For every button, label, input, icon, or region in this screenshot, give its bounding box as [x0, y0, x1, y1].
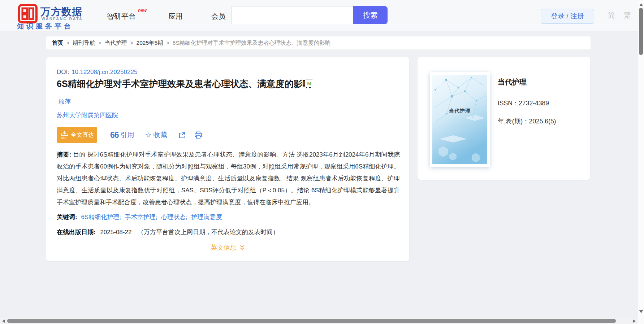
- keyword-link[interactable]: 6S精细化护理: [81, 214, 119, 220]
- breadcrumb: 首页 > 期刊导航 > 当代护理 > 2025年5期 > 6S精细化护理对手术室…: [46, 36, 591, 49]
- breadcrumb-current: 6S精细化护理对手术室护理效果及患者心理状态、满意度的影响: [173, 39, 330, 47]
- svg-text:free: free: [61, 136, 66, 140]
- medline-badge-letter: M: [307, 81, 311, 86]
- print-button[interactable]: [194, 131, 202, 139]
- page: 万方数据 WANFANG DATA 知识服务平台 智研平台 new 应用 会员 …: [0, 0, 644, 324]
- chevron-double-down-icon: [239, 245, 245, 251]
- quote-icon: 66: [110, 130, 119, 140]
- journal-card: 当代护理 当代护理 ISSN：2732-4389 年,卷(期)：2025,6(5…: [418, 57, 590, 180]
- keyword-separator: ;: [119, 214, 121, 220]
- pubdate-label: 在线出版日期:: [57, 229, 96, 236]
- favorite-button[interactable]: ☆ 收藏: [145, 130, 167, 140]
- medline-badge: M: [305, 79, 313, 87]
- horizontal-scrollbar-thumb[interactable]: [7, 319, 616, 323]
- breadcrumb-journal[interactable]: 当代护理: [104, 39, 127, 47]
- affiliation-link[interactable]: 苏州大学附属第四医院: [57, 111, 118, 119]
- breadcrumb-separator: >: [66, 40, 69, 46]
- vertical-scrollbar-thumb[interactable]: [639, 8, 643, 55]
- lang-traditional[interactable]: 繁: [624, 10, 631, 20]
- breadcrumb-issue[interactable]: 2025年5期: [137, 39, 163, 47]
- breadcrumb-separator: >: [130, 40, 133, 46]
- scroll-right-arrow[interactable]: [633, 319, 636, 323]
- star-icon: ☆: [145, 131, 152, 139]
- brand-tagline: 知识服务平台: [17, 22, 73, 31]
- nav-apps[interactable]: 应用: [168, 12, 183, 21]
- scroll-left-arrow[interactable]: [2, 319, 5, 323]
- breadcrumb-journal-nav[interactable]: 期刊导航: [73, 39, 95, 47]
- share-icon: [178, 131, 186, 139]
- new-badge: new: [138, 8, 147, 13]
- keyword-separator: ;: [156, 214, 157, 220]
- keyword-link[interactable]: 护理满意度: [191, 214, 222, 220]
- header: 万方数据 WANFANG DATA 知识服务平台 智研平台 new 应用 会员 …: [0, 0, 638, 32]
- wanfang-logo-icon[interactable]: [18, 4, 38, 23]
- login-register-button[interactable]: 登录 / 注册: [541, 9, 594, 24]
- volume-label: 年,卷(期)：: [498, 118, 529, 125]
- online-pubdate-line: 在线出版日期: 2025-08-22 （万方平台首次上网日期，不代表论文的发表时…: [57, 228, 279, 236]
- cite-label: 引用: [121, 130, 134, 140]
- printer-icon: [194, 131, 202, 139]
- abstract-label: 摘要:: [57, 151, 71, 158]
- keywords-label: 关键词:: [57, 214, 77, 220]
- nav-zhiyan-platform[interactable]: 智研平台 new: [107, 12, 136, 21]
- doi-label: DOI:: [57, 69, 69, 75]
- scroll-up-arrow[interactable]: [639, 3, 643, 6]
- journal-cover-image: 当代护理: [432, 75, 487, 164]
- action-bar: free 全文直达 66 引用 ☆ 收藏: [57, 127, 202, 143]
- issn-value: 2732-4389: [519, 100, 549, 107]
- abstract: 摘要: 目的 探讨6S精细化护理对手术室护理效果及患者心理状态、满意度的影响。方…: [57, 149, 400, 208]
- volume-value: 2025,6(5): [529, 118, 556, 125]
- pubdate-value: 2025-08-22: [100, 229, 131, 236]
- cover-art: [432, 75, 487, 164]
- keyword-separator: ;: [186, 214, 187, 220]
- keyword-link[interactable]: 手术室护理: [125, 214, 156, 220]
- cite-button[interactable]: 66 引用: [110, 130, 134, 140]
- english-info-label: 英文信息: [211, 243, 237, 252]
- favorite-label: 收藏: [154, 130, 167, 140]
- issn-label: ISSN：: [498, 100, 519, 107]
- author-link[interactable]: 顾萍: [59, 97, 71, 106]
- pubdate-note: （万方平台首次上网日期，不代表论文的发表时间）: [138, 229, 279, 236]
- english-info-toggle[interactable]: 英文信息: [46, 243, 409, 252]
- cover-journal-name: 当代护理: [432, 108, 487, 114]
- breadcrumb-home[interactable]: 首页: [52, 39, 63, 47]
- fulltext-label: 全文直达: [71, 131, 94, 139]
- free-download-icon: free: [60, 130, 69, 140]
- scroll-down-arrow[interactable]: [639, 310, 643, 313]
- lang-divider: [617, 12, 617, 19]
- nav-member[interactable]: 会员: [211, 12, 226, 21]
- journal-cover[interactable]: 当代护理: [430, 72, 490, 167]
- breadcrumb-separator: >: [98, 40, 101, 46]
- doi-line: DOI:10.12208/j.cn.20250225: [57, 69, 137, 76]
- keyword-link[interactable]: 心理状态: [161, 214, 186, 220]
- scrollbar-corner: [638, 318, 644, 324]
- brand-name-en: WANFANG DATA: [42, 17, 83, 21]
- keywords-line: 关键词: 6S精细化护理; 手术室护理; 心理状态; 护理满意度: [57, 213, 222, 221]
- article-card: DOI:10.12208/j.cn.20250225 6S精细化护理对手术室护理…: [46, 57, 409, 261]
- journal-name: 当代护理: [498, 77, 527, 87]
- breadcrumb-separator: >: [167, 40, 169, 46]
- abstract-text: 目的 探讨6S精细化护理对手术室护理效果及患者心理状态、满意度的影响。方法 选取…: [57, 151, 400, 206]
- search-button[interactable]: 搜索: [353, 6, 388, 24]
- journal-issn-line: ISSN：2732-4389: [498, 99, 549, 108]
- journal-volume-line: 年,卷(期)：2025,6(5): [498, 117, 556, 126]
- search-input[interactable]: [231, 6, 353, 24]
- lang-simplified[interactable]: 简: [608, 10, 615, 20]
- fulltext-button[interactable]: free 全文直达: [57, 127, 97, 143]
- doi-link[interactable]: 10.12208/j.cn.20250225: [72, 69, 137, 75]
- article-title: 6S精细化护理对手术室护理效果及患者心理状态、满意度的影响: [57, 78, 312, 90]
- share-button[interactable]: [178, 131, 186, 139]
